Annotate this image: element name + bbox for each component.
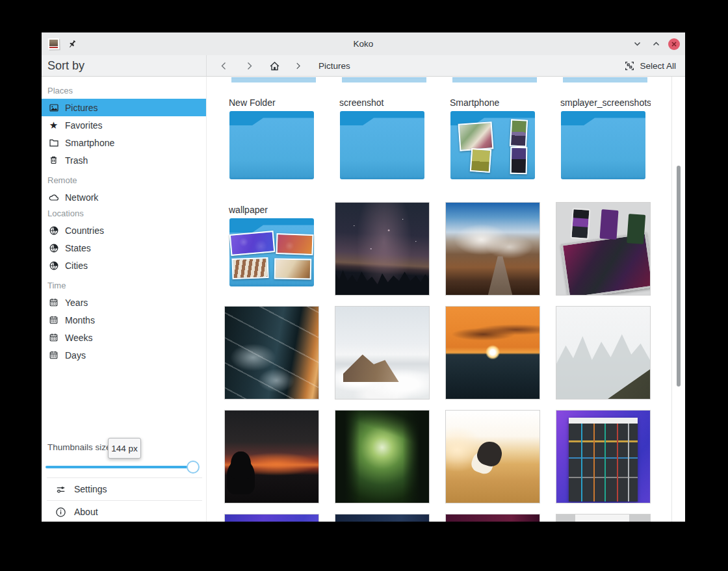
photo-thumbnail-red-particles[interactable]	[445, 514, 540, 522]
folder-thumbnail-partial[interactable]	[342, 77, 426, 82]
sidebar-item-label: Years	[65, 298, 88, 308]
maximize-button[interactable]	[649, 38, 662, 51]
pin-icon[interactable]	[67, 39, 77, 49]
photo-thumbnail-milky-way[interactable]	[335, 202, 430, 296]
sidebar-item-label: Countries	[65, 225, 104, 236]
home-icon[interactable]	[266, 57, 283, 74]
folder-preview-photo	[470, 148, 492, 173]
folder-label: screenshot	[335, 95, 430, 110]
folder-preview-photo	[510, 146, 528, 173]
sidebar-item-network[interactable]: Network	[42, 188, 206, 206]
folder-preview-photo	[510, 119, 528, 147]
sidebar-item-label: Months	[65, 315, 95, 325]
section-header-locations: Locations	[42, 206, 206, 222]
sidebar-item-days[interactable]: Days	[42, 346, 206, 364]
sidebar-item-pictures[interactable]: Pictures	[42, 99, 206, 116]
photo-thumbnail-ocean-sunset[interactable]	[445, 306, 540, 400]
photo-thumbnail-mountain-road[interactable]	[445, 202, 540, 296]
sort-by-title: Sort by	[47, 59, 84, 73]
close-button[interactable]	[668, 38, 680, 50]
window-title: Koko	[42, 39, 685, 49]
folder-thumbnail-partial[interactable]	[231, 77, 316, 82]
sidebar-item-label: Cities	[65, 260, 88, 271]
folder-thumbnail-partial[interactable]	[563, 77, 647, 82]
trash-icon	[48, 155, 59, 166]
slider-handle[interactable]	[187, 461, 200, 474]
about-button[interactable]: About	[42, 501, 206, 522]
folder-item-screenshot[interactable]: screenshot	[335, 95, 430, 179]
sidebar-item-label: States	[65, 243, 91, 253]
sidebar-item-label: Smartphone	[65, 138, 114, 148]
folder-icon	[48, 137, 59, 148]
sidebar-item-countries[interactable]: Countries	[42, 222, 206, 239]
minimize-button[interactable]	[630, 38, 644, 51]
select-all-label: Select All	[640, 61, 676, 71]
slider-track[interactable]	[46, 466, 198, 468]
sidebar-item-states[interactable]: States	[42, 239, 206, 257]
folder-item-smartphone[interactable]: Smartphone	[445, 95, 540, 179]
sidebar-item-label: Pictures	[65, 103, 98, 113]
section-header-places: Places	[42, 83, 206, 99]
folder-icon	[229, 111, 314, 179]
settings-icon	[55, 484, 66, 495]
photo-thumbnail-golden-field[interactable]	[445, 410, 540, 503]
scrollbar-thumb[interactable]	[677, 166, 681, 387]
folder-item-smplayer-screenshots[interactable]: smplayer_screenshots	[556, 95, 651, 179]
thumbnail-size-slider[interactable]	[46, 465, 198, 469]
select-all-icon	[624, 60, 635, 71]
breadcrumb-current: Pictures	[318, 61, 350, 71]
photo-thumbnail-plasma-devices[interactable]	[556, 202, 651, 296]
select-all-button[interactable]: Select All	[624, 60, 685, 71]
sidebar-item-label: Network	[65, 192, 98, 203]
photo-thumbnail-foggy-peaks[interactable]	[556, 306, 651, 400]
sidebar-item-trash[interactable]: Trash	[42, 151, 206, 169]
folder-label: Smartphone	[445, 95, 540, 110]
sidebar-item-cities[interactable]: Cities	[42, 257, 206, 274]
folder-thumbnail-partial[interactable]	[452, 77, 537, 82]
app-icon-photo	[49, 40, 58, 46]
photo-thumbnail-peak-above-clouds[interactable]	[335, 306, 430, 400]
folder-item-wallpaper[interactable]: wallpaper	[224, 202, 319, 286]
calendar-icon	[48, 314, 59, 325]
folder-icon	[229, 218, 314, 286]
folder-label: New Folder	[224, 95, 319, 110]
globe-icon	[48, 242, 59, 253]
breadcrumb-separator-icon	[291, 57, 304, 74]
folder-preview-photo	[229, 231, 275, 255]
scrollbar-track	[671, 77, 672, 522]
sidebar-item-months[interactable]: Months	[42, 311, 206, 329]
photo-thumbnail-dark-texture[interactable]	[335, 514, 430, 522]
calendar-icon	[48, 332, 59, 343]
image-icon	[48, 102, 59, 113]
calendar-icon	[48, 297, 59, 308]
sidebar-item-label: Trash	[65, 155, 88, 166]
photo-thumbnail-ice-crack[interactable]	[224, 306, 319, 400]
photo-thumbnail-gray-window[interactable]	[556, 514, 651, 522]
sidebar-item-label: Weeks	[65, 333, 93, 343]
folder-icon	[450, 111, 535, 179]
folder-preview-photo	[231, 257, 268, 279]
app-icon[interactable]	[47, 38, 61, 51]
sidebar-item-weeks[interactable]: Weeks	[42, 329, 206, 346]
app-icon-strip	[49, 47, 58, 49]
thumbnail-size-tooltip: 144 px	[108, 438, 141, 459]
section-header-time: Time	[42, 278, 206, 294]
calendar-icon	[48, 349, 59, 361]
folder-item-new-folder[interactable]: New Folder	[224, 95, 319, 179]
toolbar: Sort by Pictures Selec	[42, 55, 685, 77]
sidebar-item-favorites[interactable]: ★ Favorites	[42, 116, 206, 134]
settings-button[interactable]: Settings	[42, 478, 206, 500]
photo-thumbnail-tree-canopy[interactable]	[335, 410, 430, 503]
sidebar-item-label: Days	[65, 350, 86, 361]
sidebar-item-smartphone[interactable]: Smartphone	[42, 134, 206, 151]
photo-thumbnail-blue-polygons[interactable]	[224, 514, 319, 522]
photo-thumbnail-app-window-purple[interactable]	[556, 410, 651, 503]
sidebar-item-years[interactable]: Years	[42, 294, 206, 311]
thumbnail-grid: New Folder screenshot Smartphone smplaye…	[207, 77, 685, 522]
back-button[interactable]	[215, 57, 232, 74]
photo-thumbnail-sunset-silhouette[interactable]	[224, 410, 319, 503]
forward-button[interactable]	[240, 57, 257, 74]
sidebar-item-label: Favorites	[65, 120, 103, 131]
folder-label: smplayer_screenshots	[556, 95, 651, 110]
koko-window: Koko Sort by	[42, 32, 685, 522]
